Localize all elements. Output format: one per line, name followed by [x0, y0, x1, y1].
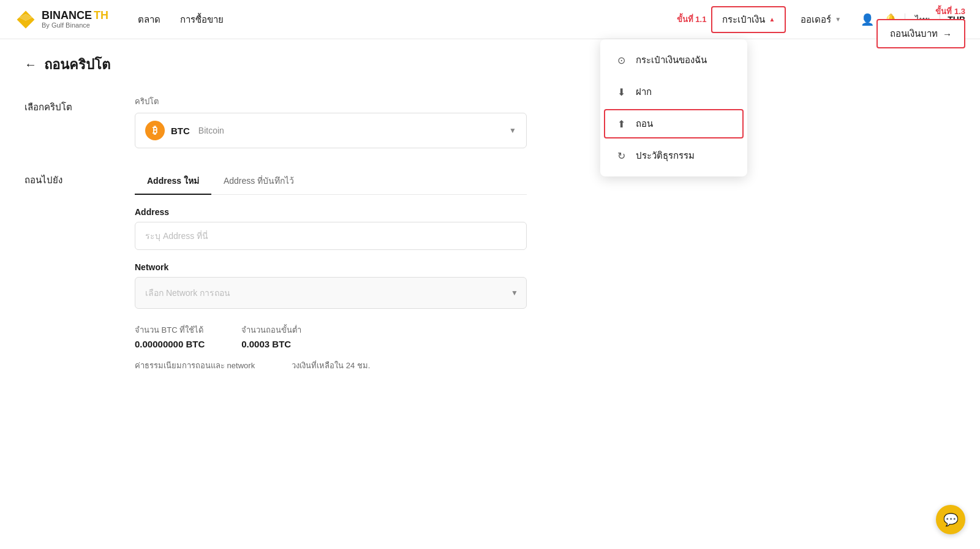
- network-selector-wrapper: เลือก Network การถอน ▼: [135, 277, 527, 309]
- crypto-field-label: คริปโต: [135, 95, 527, 108]
- wallet-dropdown-menu: ⊙ กระเป๋าเงินของฉัน ⬇ ฝาก ⬆ ถอน ↻ ประวัต…: [600, 39, 747, 176]
- back-button[interactable]: ←: [24, 58, 37, 72]
- available-stat: จำนวน BTC ที่ใช้ได้ 0.00000000 BTC: [135, 324, 205, 349]
- user-icon[interactable]: 👤: [861, 13, 874, 26]
- withdraw-thb-button[interactable]: ถอนเงินบาท →: [876, 19, 965, 48]
- fee-row: ค่าธรรมเนียมการถอนและ network วงเงินที่เ…: [135, 359, 527, 374]
- crypto-select-left: ₿ BTC Bitcoin: [145, 121, 224, 140]
- address-field-label: Address: [135, 207, 527, 217]
- daily-limit-label: วงเงินที่เหลือใน 24 ชม.: [292, 359, 370, 372]
- page-title: ถอนคริปโต: [44, 54, 110, 75]
- min-withdraw-value: 0.0003 BTC: [241, 339, 301, 349]
- logo-th-label: TH: [94, 10, 108, 22]
- available-value: 0.00000000 BTC: [135, 339, 205, 349]
- btc-symbol: BTC: [171, 126, 190, 136]
- select-crypto-row: เลือกคริปโต คริปโต ₿ BTC Bitcoin ▼: [24, 95, 564, 148]
- address-tabs: Address ใหม่ Address ที่บันทึกไว้: [135, 168, 527, 195]
- tab-saved-address[interactable]: Address ที่บันทึกไว้: [211, 168, 306, 195]
- withdraw-thb-arrow-icon: →: [943, 29, 952, 39]
- nav-trade[interactable]: การซื้อขาย: [180, 12, 224, 27]
- fee-label: ค่าธรรมเนียมการถอนและ network: [135, 359, 255, 372]
- fee-stat: ค่าธรรมเนียมการถอนและ network: [135, 359, 255, 374]
- logo-text: BINANCE TH By Gulf Binance: [42, 10, 108, 29]
- network-placeholder: เลือก Network การถอน: [145, 286, 230, 300]
- withdraw-dropdown-icon: ⬆: [614, 116, 628, 131]
- dropdown-deposit[interactable]: ⬇ ฝาก: [600, 76, 747, 108]
- dropdown-my-wallet-label: กระเป๋าเงินของฉัน: [636, 53, 707, 67]
- deposit-dropdown-icon: ⬇: [614, 85, 628, 99]
- order-button-label: ออเดอร์: [801, 12, 831, 27]
- network-chevron-icon: ▼: [511, 289, 518, 297]
- order-chevron-icon: ▼: [835, 16, 841, 23]
- dropdown-deposit-label: ฝาก: [636, 85, 652, 99]
- wallet-button[interactable]: กระเป๋าเงิน ▲: [711, 6, 786, 33]
- order-button[interactable]: ออเดอร์ ▼: [791, 7, 851, 32]
- dropdown-history[interactable]: ↻ ประวัติธุรกรรม: [600, 140, 747, 172]
- nav-links: ตลาด การซื้อขาย: [138, 12, 224, 27]
- step-1-3-label: ขั้นที่ 1.3: [935, 5, 965, 18]
- available-label: จำนวน BTC ที่ใช้ได้: [135, 324, 205, 336]
- select-crypto-label: เลือกคริปโต: [24, 95, 110, 115]
- network-selector[interactable]: เลือก Network การถอน ▼: [135, 277, 527, 309]
- dropdown-my-wallet[interactable]: ⊙ กระเป๋าเงินของฉัน: [600, 44, 747, 76]
- withdraw-to-content: Address ใหม่ Address ที่บันทึกไว้ Addres…: [135, 168, 527, 374]
- dropdown-withdraw-label: ถอน: [636, 116, 653, 131]
- header: BINANCE TH By Gulf Binance ตลาด การซื้อข…: [0, 0, 980, 39]
- min-withdraw-stat: จำนวนถอนขั้นต่ำ 0.0003 BTC: [241, 324, 301, 349]
- stats-row: จำนวน BTC ที่ใช้ได้ 0.00000000 BTC จำนวน…: [135, 324, 527, 349]
- network-field-label: Network: [135, 262, 527, 272]
- main-content: ← ถอนคริปโต เลือกคริปโต คริปโต ₿ BTC Bit…: [0, 39, 588, 409]
- btc-icon: ₿: [145, 121, 165, 140]
- withdraw-to-label: ถอนไปยัง: [24, 168, 110, 187]
- select-crypto-content: คริปโต ₿ BTC Bitcoin ▼: [135, 95, 527, 148]
- daily-limit-stat: วงเงินที่เหลือใน 24 ชม.: [292, 359, 370, 374]
- withdraw-to-row: ถอนไปยัง Address ใหม่ Address ที่บันทึกไ…: [24, 168, 564, 374]
- dropdown-history-label: ประวัติธุรกรรม: [636, 148, 695, 163]
- tab-new-address[interactable]: Address ใหม่: [135, 168, 211, 195]
- wallet-button-label: กระเป๋าเงิน: [722, 12, 765, 27]
- step-1-1-label: ขั้นที่ 1.1: [677, 13, 707, 26]
- binance-logo-icon: [15, 9, 37, 31]
- address-input[interactable]: [135, 222, 527, 250]
- wallet-chevron-icon: ▲: [769, 16, 775, 23]
- wallet-dropdown-icon: ⊙: [614, 53, 628, 67]
- crypto-chevron-icon: ▼: [509, 126, 516, 135]
- logo-binance-label: BINANCE: [42, 10, 92, 22]
- nav-market[interactable]: ตลาด: [138, 12, 160, 27]
- min-withdraw-label: จำนวนถอนขั้นต่ำ: [241, 324, 301, 336]
- page-header: ← ถอนคริปโต: [24, 54, 564, 75]
- history-dropdown-icon: ↻: [614, 148, 628, 163]
- logo-area: BINANCE TH By Gulf Binance: [15, 9, 108, 31]
- crypto-selector[interactable]: ₿ BTC Bitcoin ▼: [135, 113, 527, 148]
- logo-sub-label: By Gulf Binance: [42, 21, 108, 29]
- withdraw-thb-label: ถอนเงินบาท: [890, 26, 938, 41]
- btc-name: Bitcoin: [198, 126, 224, 135]
- dropdown-withdraw[interactable]: ⬆ ถอน: [604, 109, 744, 138]
- withdraw-thb-area: ขั้นที่ 1.3 ถอนเงินบาท →: [876, 5, 965, 48]
